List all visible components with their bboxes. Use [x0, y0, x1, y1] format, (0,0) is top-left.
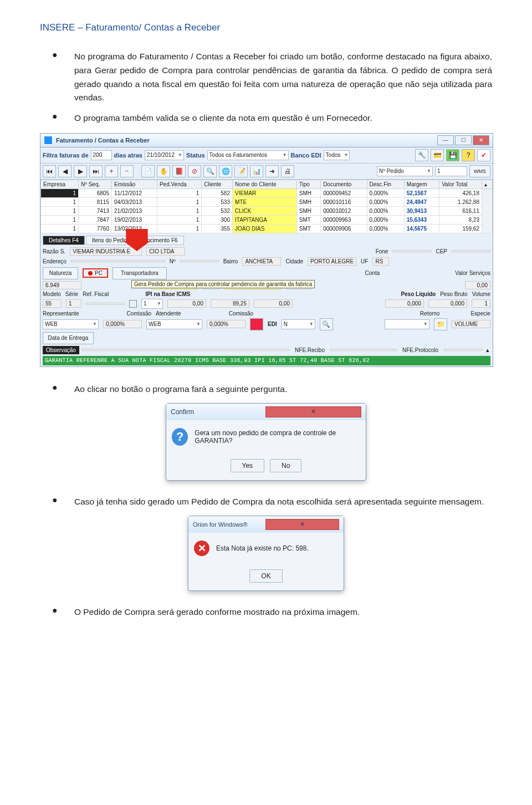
- cell: 14,5675: [404, 224, 439, 233]
- doc-button[interactable]: 📄: [141, 165, 155, 177]
- endereco-field: [71, 260, 165, 262]
- dialog-close-button[interactable]: ✕: [265, 519, 339, 530]
- note-button[interactable]: 📝: [234, 165, 248, 177]
- cell: SMH: [296, 206, 320, 215]
- col-seq[interactable]: Nº Seq.: [79, 180, 112, 188]
- print-button[interactable]: 🖨: [281, 165, 294, 177]
- retorno-lookup-button[interactable]: 📁: [434, 318, 447, 330]
- dialog-close-button[interactable]: ✕: [265, 406, 361, 417]
- cell: 1: [41, 206, 79, 215]
- ok-button[interactable]: OK: [249, 569, 282, 583]
- save-button[interactable]: 💾: [446, 149, 459, 161]
- cell: 11/12/2012: [111, 188, 157, 197]
- cell: 300: [202, 215, 233, 224]
- ipi-n-dropdown[interactable]: 1: [141, 299, 163, 309]
- col-pedvenda[interactable]: Ped.Venda: [157, 180, 201, 188]
- valor-servicos-field: 0,00: [465, 281, 490, 289]
- prev-button[interactable]: ◀: [58, 165, 71, 177]
- bullet-icon: ●: [52, 495, 74, 509]
- col-emissao[interactable]: Emissão: [111, 180, 157, 188]
- banco-label: Banco EDI: [291, 152, 321, 159]
- edi-icon[interactable]: [250, 318, 263, 330]
- ref-label: Ref. Fiscal: [83, 291, 109, 297]
- add-button[interactable]: ＋: [105, 165, 118, 177]
- col-margem[interactable]: Margem: [404, 180, 439, 188]
- first-button[interactable]: ⏮: [43, 165, 56, 177]
- col-desc[interactable]: Desc.Fin: [367, 180, 404, 188]
- valor-servicos-label: Valor Serviços: [455, 270, 490, 276]
- cell: 0,000%: [367, 197, 404, 206]
- num-label: Nº: [170, 258, 176, 264]
- bairro-label: Bairro: [223, 258, 238, 264]
- banco-dropdown[interactable]: Todos: [324, 150, 350, 160]
- cell: 7760: [79, 224, 112, 233]
- globe-button[interactable]: 🌐: [219, 165, 232, 177]
- help-button[interactable]: ?: [462, 149, 475, 161]
- stop-button[interactable]: ⊘: [188, 165, 201, 177]
- table-row[interactable]: 1 7413 21/02/2013 1 532 CLICK SMH 000010…: [41, 206, 493, 215]
- date-dropdown[interactable]: 21/10/2012: [145, 150, 184, 160]
- scroll-up-icon[interactable]: ▴: [485, 347, 490, 354]
- representante-dropdown[interactable]: WEB: [43, 319, 99, 329]
- last-button[interactable]: ⏭: [89, 165, 103, 177]
- chart-button[interactable]: 📊: [250, 165, 263, 177]
- no-button[interactable]: No: [270, 459, 301, 472]
- next-button[interactable]: ▶: [74, 165, 87, 177]
- modelo-field: 55: [43, 299, 62, 308]
- send-button[interactable]: ➜: [265, 165, 279, 177]
- maximize-button[interactable]: ☐: [455, 135, 472, 145]
- ref-field: [86, 303, 125, 305]
- paragraph-2: O programa também valida se o cliente da…: [74, 111, 492, 125]
- table-row[interactable]: 1 7847 19/02/2013 1 300 ITAPITANGA SMT 0…: [41, 215, 493, 224]
- peso-bruto-field: 0,000: [428, 299, 467, 308]
- wms-button[interactable]: WMS: [469, 165, 490, 177]
- book-button[interactable]: 📕: [172, 165, 186, 177]
- col-total[interactable]: Valor Total: [439, 180, 482, 188]
- fone-field: [392, 250, 431, 252]
- natureza-button[interactable]: Natureza: [43, 267, 78, 279]
- status-dropdown[interactable]: Todos os Faturamentos: [207, 150, 289, 160]
- pedido-input[interactable]: 1: [435, 166, 467, 176]
- data-entrega-button[interactable]: Data de Entrega: [43, 332, 94, 344]
- cell: 8,23: [439, 215, 482, 224]
- confirm-button[interactable]: ✔: [477, 149, 490, 161]
- retorno-dropdown[interactable]: [385, 319, 429, 329]
- razao-label: Razão S.: [43, 248, 65, 254]
- tool-button[interactable]: 🔧: [415, 149, 428, 161]
- yes-button[interactable]: Yes: [231, 459, 265, 472]
- search-button[interactable]: 🔍: [203, 165, 217, 177]
- num-field: [180, 260, 219, 262]
- tab-detalhes[interactable]: Detalhes F4: [43, 236, 85, 245]
- data-grid[interactable]: Empresa Nº Seq. Emissão Ped.Venda Client…: [40, 180, 493, 233]
- minimize-button[interactable]: —: [437, 135, 454, 145]
- card-button[interactable]: 💳: [431, 149, 444, 161]
- info-message: Esta Nota já existe no PC: 598.: [216, 544, 309, 552]
- col-tipo[interactable]: Tipo: [296, 180, 320, 188]
- scrollbar[interactable]: [482, 188, 493, 233]
- app-window: Faturamento / Contas a Receber — ☐ ✕ Fil…: [40, 133, 493, 367]
- cell: 0,000%: [367, 224, 404, 233]
- remove-button[interactable]: －: [120, 165, 134, 177]
- col-nome[interactable]: Nome do Cliente: [232, 180, 296, 188]
- table-row[interactable]: 1 8115 04/03/2013 1 533 MTE SMH 00001011…: [41, 197, 493, 206]
- paragraph-3: Ao clicar no botão o programa fará a seg…: [74, 383, 492, 396]
- cidade-label: Cidade: [285, 258, 303, 264]
- table-row[interactable]: 1 6805 11/12/2012 1 582 VIEMAR SMH 00000…: [41, 188, 493, 197]
- cell: SMH: [296, 197, 320, 206]
- cell: 7847: [79, 215, 112, 224]
- edi-lookup-button[interactable]: 🔍: [320, 318, 333, 330]
- edi-dropdown[interactable]: N: [282, 319, 315, 329]
- col-doc[interactable]: Documento: [321, 180, 367, 188]
- col-empresa[interactable]: Empresa: [41, 180, 79, 188]
- days-input[interactable]: 200: [91, 150, 112, 160]
- transportadora-button[interactable]: Transportadora: [112, 267, 167, 279]
- cidade-field: PORTO ALEGRE: [308, 257, 356, 266]
- hand-button[interactable]: ✋: [157, 165, 170, 177]
- col-cliente[interactable]: Cliente: [202, 180, 233, 188]
- ipi-checkbox[interactable]: [129, 300, 137, 308]
- close-button[interactable]: ✕: [473, 135, 489, 145]
- atendente-dropdown[interactable]: WEB: [146, 319, 202, 329]
- table-row[interactable]: 1 7760 13/02/2013 1 355 JOAO DIAS SMT 00…: [41, 224, 493, 233]
- pedido-label-dropdown[interactable]: Nº Pedido: [377, 166, 433, 176]
- pc-button[interactable]: PC: [83, 268, 108, 278]
